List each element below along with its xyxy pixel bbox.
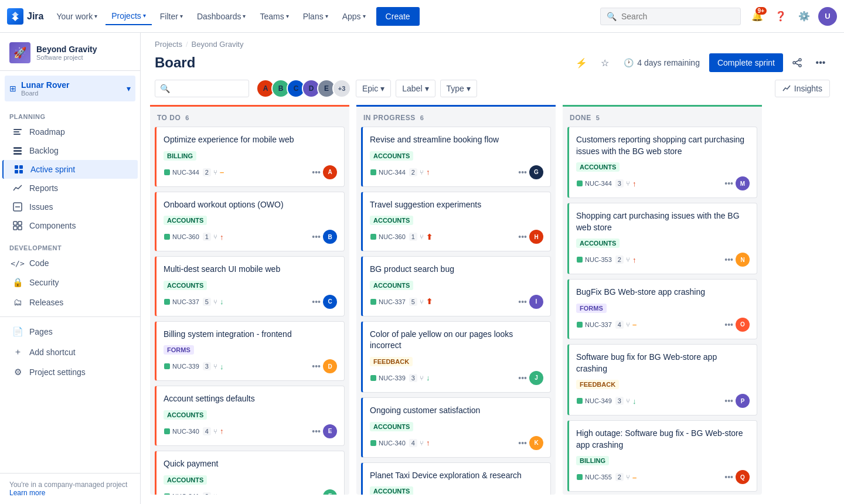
card[interactable]: BugFix BG Web-store app crashing FORMS N… xyxy=(567,279,757,339)
card[interactable]: Color of pale yellow on our pages looks … xyxy=(361,321,551,393)
board-header: Board ⚡ ☆ 🕐 4 days remaining Complete sp… xyxy=(141,51,844,79)
nav-projects[interactable]: Projects ▾ xyxy=(106,8,152,25)
gear-icon: ⚙️ xyxy=(798,11,810,22)
card-more-button[interactable]: ••• xyxy=(724,255,733,264)
learn-more-link[interactable]: Learn more xyxy=(9,489,45,497)
card-id-text: NUC-339 xyxy=(379,374,406,382)
nav-filter[interactable]: Filter ▾ xyxy=(154,8,189,25)
user-avatar[interactable]: U xyxy=(818,7,837,26)
card-more-button[interactable]: ••• xyxy=(518,232,527,241)
label-filter[interactable]: Label ▾ xyxy=(396,80,435,97)
sidebar-item-security[interactable]: 🔒 Security xyxy=(2,273,138,292)
notifications-button[interactable]: 🔔 9+ xyxy=(748,7,767,26)
card[interactable]: Revise and streamline booking flow ACCOU… xyxy=(361,127,551,187)
card[interactable]: Quick payment ACCOUNTS NUC-341 2 ⑂ – •••… xyxy=(155,451,345,495)
share-button[interactable] xyxy=(788,53,806,72)
card[interactable]: Ongoing customer satisfaction ACCOUNTS N… xyxy=(361,397,551,458)
nav-your-work[interactable]: Your work ▾ xyxy=(50,8,103,25)
svg-rect-34 xyxy=(577,257,583,263)
card-more-button[interactable]: ••• xyxy=(518,168,527,177)
sidebar-item-issues[interactable]: Issues xyxy=(2,197,138,216)
sidebar-item-releases[interactable]: 🗂 Releases xyxy=(2,292,138,312)
breadcrumb-project[interactable]: Beyond Gravity xyxy=(192,40,244,49)
card[interactable]: Shopping cart purchasing issues with the… xyxy=(567,203,757,274)
card[interactable]: Multi-dest search UI mobile web ACCOUNTS… xyxy=(155,256,345,316)
card[interactable]: Billing system integration - frontend FO… xyxy=(155,321,345,382)
card[interactable]: Onboard workout options (OWO) ACCOUNTS N… xyxy=(155,192,345,252)
card[interactable]: BG product search bug ACCOUNTS NUC-337 5… xyxy=(361,256,551,316)
breadcrumb-projects[interactable]: Projects xyxy=(155,40,182,49)
card-title: Revise and streamline booking flow xyxy=(370,134,543,146)
star-button[interactable]: ☆ xyxy=(595,53,614,72)
svg-rect-30 xyxy=(370,375,376,381)
sidebar-item-components[interactable]: Components xyxy=(2,216,138,235)
svg-rect-6 xyxy=(15,165,18,169)
card-more-button[interactable]: ••• xyxy=(724,320,733,329)
svg-rect-3 xyxy=(13,147,22,149)
create-button[interactable]: Create xyxy=(376,7,420,26)
card-id: NUC-339 xyxy=(370,374,406,382)
help-button[interactable]: ❓ xyxy=(771,7,790,26)
card[interactable]: Customers reporting shopping cart purcha… xyxy=(567,127,757,198)
card-more-button[interactable]: ••• xyxy=(312,232,321,241)
avatar-count[interactable]: +3 xyxy=(332,79,351,98)
insights-button[interactable]: Insights xyxy=(775,80,830,97)
search-input[interactable] xyxy=(621,12,727,21)
card[interactable]: Software bug fix for BG Web-store app cr… xyxy=(567,344,757,416)
sidebar-item-add-shortcut[interactable]: ＋ Add shortcut xyxy=(2,342,138,362)
card-more-button[interactable]: ••• xyxy=(312,362,321,371)
branch-icon: ⑂ xyxy=(213,363,217,370)
card-title: Software bug fix for BG Web-store app cr… xyxy=(576,352,750,374)
sidebar-item-code[interactable]: </> Code xyxy=(2,254,138,273)
sidebar-item-project-settings[interactable]: ⚙ Project settings xyxy=(2,362,138,382)
card-more-button[interactable]: ••• xyxy=(312,297,321,307)
days-remaining: 🕐 4 days remaining xyxy=(624,58,700,67)
sidebar-project[interactable]: 🚀 Beyond Gravity Software project xyxy=(0,33,140,71)
svg-rect-5 xyxy=(13,153,22,155)
nav-teams[interactable]: Teams ▾ xyxy=(254,8,294,25)
sidebar-item-reports[interactable]: Reports xyxy=(2,179,138,197)
card-more-button[interactable]: ••• xyxy=(724,179,733,188)
sidebar-item-backlog[interactable]: Backlog xyxy=(2,141,138,160)
board-header-actions: ⚡ ☆ 🕐 4 days remaining Complete sprint •… xyxy=(572,53,830,72)
card[interactable]: High outage: Software bug fix - BG Web-s… xyxy=(567,420,757,492)
story-points: 4 xyxy=(615,321,624,329)
card[interactable]: Travel suggestion experiments ACCOUNTS N… xyxy=(361,192,551,252)
complete-sprint-button[interactable]: Complete sprint xyxy=(709,53,783,72)
card-more-button[interactable]: ••• xyxy=(518,373,527,383)
card-footer: NUC-337 5 ⑂ ⬆ ••• I xyxy=(370,295,543,309)
card[interactable]: Optimize experience for mobile web BILLI… xyxy=(155,127,345,187)
nav-dashboards[interactable]: Dashboards ▾ xyxy=(191,8,252,25)
lightning-button[interactable]: ⚡ xyxy=(572,53,591,72)
card-more-button[interactable]: ••• xyxy=(518,438,527,448)
card-more-button[interactable]: ••• xyxy=(724,472,733,482)
board-selector[interactable]: ⊞ Lunar Rover Board ▾ xyxy=(0,71,140,104)
svg-line-19 xyxy=(795,60,799,62)
settings-button[interactable]: ⚙️ xyxy=(795,7,814,26)
card-more-button[interactable]: ••• xyxy=(312,168,321,177)
epic-filter[interactable]: Epic ▾ xyxy=(356,80,391,97)
sidebar-item-active-sprint[interactable]: Active sprint xyxy=(2,160,138,179)
components-icon xyxy=(12,221,23,230)
search-box[interactable]: 🔍 xyxy=(600,8,741,25)
card[interactable]: Planet Taxi Device exploration & researc… xyxy=(361,462,551,495)
card-title: BugFix BG Web-store app crashing xyxy=(576,287,750,298)
sidebar-item-roadmap[interactable]: Roadmap xyxy=(2,122,138,141)
card-title: High outage: Software bug fix - BG Web-s… xyxy=(576,428,750,451)
board-search-input[interactable] xyxy=(173,84,244,93)
board-search[interactable]: 🔍 xyxy=(155,80,249,97)
card-more-button[interactable]: ••• xyxy=(312,492,321,495)
branch-icon: ⑂ xyxy=(420,440,424,447)
card-tag: ACCOUNTS xyxy=(370,216,413,225)
card-more-button[interactable]: ••• xyxy=(312,427,321,436)
card-more-button[interactable]: ••• xyxy=(724,396,733,406)
nav-apps[interactable]: Apps ▾ xyxy=(336,8,372,25)
type-filter[interactable]: Type ▾ xyxy=(440,80,477,97)
sidebar-item-pages[interactable]: 📄 Pages xyxy=(2,322,138,342)
nav-plans[interactable]: Plans ▾ xyxy=(297,8,334,25)
more-button[interactable]: ••• xyxy=(811,53,830,72)
card-more-button[interactable]: ••• xyxy=(518,297,527,307)
card[interactable]: Account settings defaults ACCOUNTS NUC-3… xyxy=(155,386,345,446)
card-footer: NUC-344 2 ⑂ – ••• A xyxy=(164,165,337,179)
jira-logo[interactable]: Jira xyxy=(7,8,43,25)
